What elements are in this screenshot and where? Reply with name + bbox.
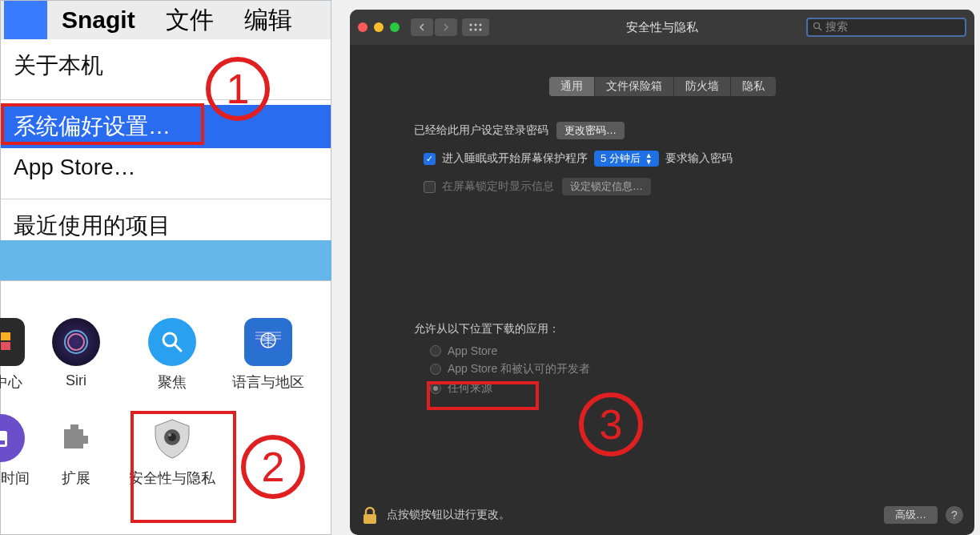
pref-label: Siri — [66, 372, 86, 389]
system-preferences-panel: 屏中心 Siri 聚焦 语言与地区 屏用时间 — [0, 280, 331, 535]
tab-filevault[interactable]: 文件保险箱 — [595, 77, 674, 96]
tab-bar: 通用 文件保险箱 防火墙 隐私 — [350, 77, 974, 96]
radio-app-store[interactable]: App Store — [430, 344, 590, 357]
radio-label: 任何来源 — [448, 381, 492, 396]
apple-menu-dropdown: 关于本机 系统偏好设置… App Store… 最近使用的项目 — [1, 39, 331, 247]
close-button[interactable] — [358, 22, 368, 32]
svg-point-19 — [475, 29, 477, 31]
radio-icon — [430, 345, 441, 356]
apple-menu-icon[interactable] — [4, 1, 47, 39]
require-password-checkbox[interactable]: ✓ — [424, 153, 436, 165]
pref-item-language-region[interactable]: 语言与地区 — [231, 318, 305, 392]
change-password-button[interactable]: 更改密码… — [556, 122, 625, 139]
svg-line-22 — [819, 28, 821, 30]
menubar-file[interactable]: 文件 — [166, 4, 214, 37]
security-privacy-window: 安全性与隐私 搜索 通用 文件保险箱 防火墙 隐私 已经给此用户设定登录密码 更… — [350, 10, 974, 535]
gatekeeper-header: 允许从以下位置下载的应用： — [414, 322, 590, 336]
pref-item-security-privacy[interactable]: 安全性与隐私 — [135, 414, 209, 488]
menubar: Snagit 文件 编辑 — [1, 1, 331, 39]
zoom-button[interactable] — [390, 22, 400, 32]
annotation-step-3: 3 — [579, 392, 643, 457]
advanced-button[interactable]: 高级… — [884, 506, 938, 524]
security-icon — [148, 414, 196, 462]
language-icon — [244, 318, 292, 366]
siri-icon — [52, 318, 100, 366]
pref-item-extensions[interactable]: 扩展 — [39, 414, 113, 488]
svg-point-20 — [480, 29, 482, 31]
pref-label: 聚焦 — [158, 372, 187, 392]
background-strip — [0, 240, 331, 280]
tab-firewall[interactable]: 防火墙 — [674, 77, 731, 96]
menu-separator — [1, 87, 331, 100]
svg-rect-23 — [363, 514, 376, 524]
pref-item-screentime[interactable]: 屏用时间 — [0, 414, 17, 488]
forward-button[interactable] — [435, 18, 457, 36]
menubar-app-name: Snagit — [62, 6, 135, 34]
radio-identified-developers[interactable]: App Store 和被认可的开发者 — [430, 362, 590, 376]
require-password-delay-select[interactable]: 5 分钟后 ▲▼ — [594, 151, 659, 167]
back-button[interactable] — [411, 18, 433, 36]
radio-label: App Store — [448, 344, 497, 357]
svg-rect-11 — [0, 440, 5, 444]
select-arrows-icon: ▲▼ — [645, 152, 653, 165]
show-lock-message-checkbox[interactable] — [424, 181, 436, 193]
svg-point-17 — [480, 24, 482, 26]
pref-item-spotlight[interactable]: 聚焦 — [135, 318, 209, 392]
lock-icon[interactable] — [361, 505, 379, 525]
svg-point-14 — [168, 433, 171, 436]
screentime-icon — [0, 414, 25, 462]
minimize-button[interactable] — [374, 22, 384, 32]
menu-app-store[interactable]: App Store… — [1, 148, 331, 187]
radio-anywhere[interactable]: 任何来源 — [430, 381, 590, 396]
set-lock-message-button[interactable]: 设定锁定信息… — [562, 178, 651, 195]
window-title: 安全性与隐私 — [626, 20, 698, 35]
pref-label: 扩展 — [62, 469, 90, 488]
radio-label: App Store 和被认可的开发者 — [448, 362, 590, 376]
svg-rect-3 — [1, 342, 10, 350]
window-titlebar: 安全性与隐私 搜索 — [350, 10, 974, 45]
radio-icon — [430, 383, 441, 394]
nav-group — [411, 18, 457, 36]
svg-point-18 — [470, 29, 472, 31]
search-icon — [813, 22, 822, 34]
pref-label: 屏用时间 — [0, 469, 30, 488]
show-all-button[interactable] — [462, 18, 489, 36]
pref-icon — [0, 318, 25, 366]
menubar-edit[interactable]: 编辑 — [244, 4, 292, 37]
svg-line-7 — [175, 344, 181, 351]
pref-item-siri[interactable]: Siri — [39, 318, 113, 392]
menu-system-preferences[interactable]: 系统偏好设置… — [1, 105, 331, 148]
radio-icon — [430, 364, 441, 375]
gatekeeper-section: 允许从以下位置下载的应用： App Store App Store 和被认可的开… — [414, 322, 590, 400]
svg-point-5 — [68, 334, 84, 350]
require-password-label-pre: 进入睡眠或开始屏幕保护程序 — [442, 151, 588, 166]
svg-point-15 — [470, 24, 472, 26]
pref-label: 屏中心 — [0, 372, 22, 392]
spotlight-icon — [148, 318, 196, 366]
window-footer: 点按锁按钮以进行更改。 高级… ? — [350, 495, 974, 535]
pref-label: 语言与地区 — [232, 372, 304, 392]
tab-privacy[interactable]: 隐私 — [731, 77, 776, 96]
svg-rect-1 — [1, 332, 10, 340]
help-button[interactable]: ? — [946, 506, 963, 524]
tab-general[interactable]: 通用 — [549, 77, 595, 96]
show-lock-message-label: 在屏幕锁定时显示信息 — [442, 179, 554, 194]
pref-item-truncated[interactable]: 屏中心 — [0, 318, 17, 392]
menu-about-mac[interactable]: 关于本机 — [1, 44, 331, 87]
search-placeholder: 搜索 — [825, 20, 848, 34]
search-field[interactable]: 搜索 — [806, 18, 966, 37]
extensions-icon — [52, 414, 100, 462]
apple-menu-panel: Snagit 文件 编辑 关于本机 系统偏好设置… App Store… 最近使… — [0, 0, 331, 240]
require-password-label-post: 要求输入密码 — [665, 151, 733, 166]
pref-label: 安全性与隐私 — [129, 469, 215, 488]
lock-hint-text: 点按锁按钮以进行更改。 — [387, 508, 510, 522]
svg-point-16 — [475, 24, 477, 26]
traffic-lights — [358, 22, 400, 32]
menu-separator — [1, 187, 331, 199]
general-pane: 已经给此用户设定登录密码 更改密码… ✓ 进入睡眠或开始屏幕保护程序 5 分钟后… — [350, 96, 974, 195]
login-password-set-label: 已经给此用户设定登录密码 — [414, 123, 548, 138]
svg-point-21 — [814, 22, 820, 28]
select-value: 5 分钟后 — [600, 151, 641, 166]
